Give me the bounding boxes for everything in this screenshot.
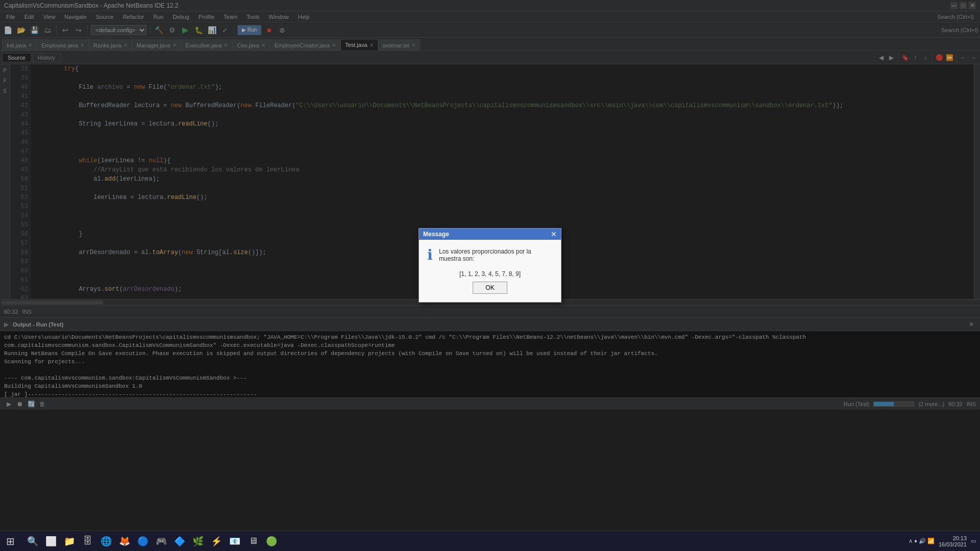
- dialog-overlay: Message ✕ ℹ Los valores proporcionados p…: [0, 0, 980, 531]
- taskbar-app1[interactable]: 🎮: [153, 533, 169, 549]
- message-dialog: Message ✕ ℹ Los valores proporcionados p…: [419, 228, 561, 303]
- taskbar-file-explorer[interactable]: 📁: [61, 533, 78, 549]
- show-desktop[interactable]: ▭: [971, 538, 976, 544]
- dialog-message-line1: Los valores proporcionados por la muestr…: [439, 248, 553, 262]
- dialog-ok-button[interactable]: OK: [473, 282, 507, 294]
- taskbar-icons: 🔍 ⬜ 📁 🗄 🌐 🦊 🔵 🎮 🔷 🌿 ⚡ 📧 🖥 🟢: [20, 533, 284, 549]
- taskbar-app4[interactable]: ⚡: [208, 533, 225, 549]
- dialog-body: ℹ Los valores proporcionados por la mues…: [419, 240, 561, 302]
- taskbar-browser-edge[interactable]: 🌐: [98, 533, 114, 549]
- clock-date: 16/03/2021: [939, 541, 967, 547]
- dialog-text: Los valores proporcionados por la muestr…: [439, 248, 553, 264]
- taskbar-right: ∧ ♦ 🔊 📶 20:13 16/03/2021 ▭: [909, 535, 980, 547]
- taskbar-task-view[interactable]: ⬜: [43, 533, 59, 549]
- clock: 20:13 16/03/2021: [939, 535, 967, 547]
- dialog-title: Message: [423, 231, 449, 238]
- dialog-title-bar: Message ✕: [419, 229, 561, 240]
- dialog-close-button[interactable]: ✕: [551, 231, 557, 238]
- taskbar-app2[interactable]: 🔷: [172, 533, 188, 549]
- dialog-ok-row: OK: [427, 282, 553, 294]
- taskbar: ⊞ 🔍 ⬜ 📁 🗄 🌐 🦊 🔵 🎮 🔷 🌿 ⚡ 📧 🖥 🟢 ∧ ♦ 🔊 📶 20…: [0, 531, 980, 551]
- taskbar-browser-firefox[interactable]: 🦊: [116, 533, 133, 549]
- taskbar-chrome[interactable]: 🔵: [135, 533, 151, 549]
- taskbar-app5[interactable]: 📧: [227, 533, 243, 549]
- taskbar-app7[interactable]: 🟢: [263, 533, 280, 549]
- clock-time: 20:13: [939, 535, 967, 541]
- dialog-message-row: ℹ Los valores proporcionados por la mues…: [427, 248, 553, 264]
- taskbar-app3[interactable]: 🌿: [190, 533, 206, 549]
- system-tray: ∧ ♦ 🔊 📶: [909, 538, 935, 544]
- taskbar-db[interactable]: 🗄: [80, 533, 96, 549]
- dialog-values: [1, 1, 2, 3, 4, 5, 7, 8, 9]: [427, 270, 553, 278]
- dialog-info-icon: ℹ: [427, 248, 433, 262]
- start-button[interactable]: ⊞: [0, 531, 20, 552]
- taskbar-search[interactable]: 🔍: [24, 533, 41, 549]
- taskbar-app6[interactable]: 🖥: [245, 533, 261, 549]
